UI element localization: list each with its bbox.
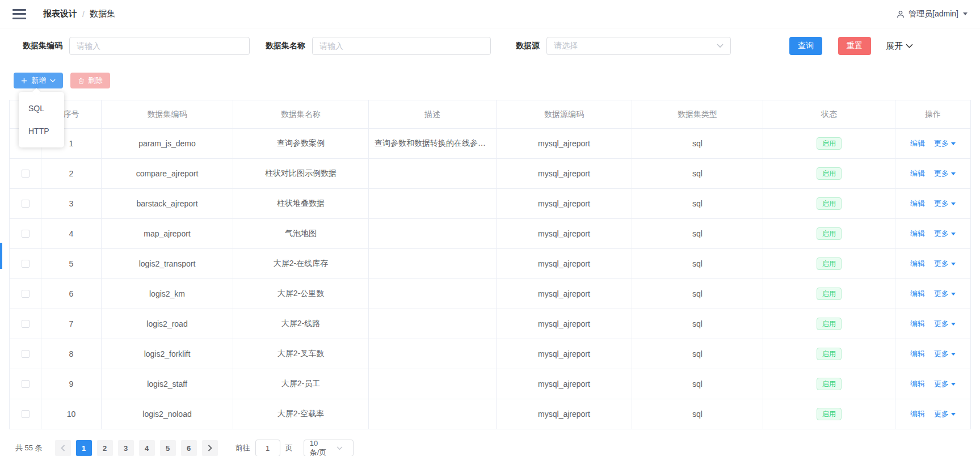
dataset-name-input[interactable] (312, 37, 491, 55)
cell-name: 大屏2-在线库存 (233, 249, 369, 279)
page-button[interactable]: 2 (97, 440, 113, 456)
chevron-down-icon (50, 79, 56, 83)
cell-source: mysql_ajreport (497, 339, 632, 369)
topbar: 报表设计 / 数据集 管理员[admin] (0, 0, 980, 28)
row-checkbox[interactable] (22, 410, 30, 418)
breadcrumb-section[interactable]: 报表设计 (43, 9, 77, 19)
edit-link[interactable]: 编辑 (910, 229, 925, 239)
cell-index: 4 (41, 219, 102, 249)
more-caret-icon (951, 383, 956, 386)
more-link[interactable]: 更多 (934, 379, 956, 389)
table-row: 8 logis2_forklift 大屏2-叉车数 mysql_ajreport… (10, 339, 970, 369)
col-desc: 描述 (369, 100, 497, 129)
page-button[interactable]: 3 (118, 440, 134, 456)
datasource-select[interactable]: 请选择 (546, 37, 731, 55)
edit-link[interactable]: 编辑 (910, 379, 925, 389)
more-link[interactable]: 更多 (934, 349, 956, 359)
pagination-bar: 共 55 条 1 2 3 4 5 6 前往 页 10条/页 (15, 440, 980, 456)
edit-link[interactable]: 编辑 (910, 259, 925, 269)
goto-page-input[interactable] (255, 440, 280, 456)
cell-type: sql (632, 339, 763, 369)
edit-link[interactable]: 编辑 (910, 289, 925, 299)
more-link[interactable]: 更多 (934, 319, 956, 329)
cell-index: 2 (41, 159, 102, 189)
edit-link[interactable]: 编辑 (910, 409, 925, 419)
more-caret-icon (951, 202, 956, 205)
edit-link[interactable]: 编辑 (910, 138, 925, 149)
prev-page-button[interactable] (55, 440, 71, 456)
cell-code: map_ajreport (102, 219, 233, 249)
cell-name: 大屏2-线路 (233, 309, 369, 339)
col-source: 数据源编码 (497, 100, 632, 129)
add-dropdown-menu: SQL HTTP (19, 92, 64, 147)
user-menu[interactable]: 管理员[admin] (896, 9, 968, 19)
cell-name: 大屏2-公里数 (233, 279, 369, 309)
row-checkbox[interactable] (22, 260, 30, 268)
menu-toggle-icon[interactable] (12, 9, 26, 19)
more-link[interactable]: 更多 (934, 289, 956, 299)
status-badge: 启用 (817, 288, 842, 300)
datasource-select-placeholder: 请选择 (554, 41, 717, 51)
cell-code: barstack_ajreport (102, 189, 233, 219)
cell-type: sql (632, 279, 763, 309)
breadcrumb-separator: / (82, 10, 85, 19)
cell-name: 柱状对比图示例数据 (233, 159, 369, 189)
search-actions: 查询 重置 展开 (789, 37, 913, 55)
page-button[interactable]: 1 (76, 440, 92, 456)
status-badge: 启用 (817, 378, 842, 390)
cell-code: logis2_noload (102, 399, 233, 429)
edit-link[interactable]: 编辑 (910, 319, 925, 329)
more-link[interactable]: 更多 (934, 138, 956, 149)
table-row: 6 logis2_km 大屏2-公里数 mysql_ajreport sql 启… (10, 279, 970, 309)
row-checkbox[interactable] (22, 230, 30, 238)
more-caret-icon (951, 293, 956, 295)
row-checkbox[interactable] (22, 290, 30, 298)
trash-icon (78, 77, 85, 85)
add-button[interactable]: 新增 (14, 73, 63, 88)
reset-button[interactable]: 重置 (838, 37, 871, 55)
query-button[interactable]: 查询 (789, 37, 822, 55)
cell-type: sql (632, 129, 763, 159)
page-button[interactable]: 5 (160, 440, 176, 456)
sidebar-edge-indicator[interactable] (0, 243, 2, 269)
menu-item-http[interactable]: HTTP (19, 120, 64, 142)
cell-source: mysql_ajreport (497, 309, 632, 339)
table-row: 7 logis2_road 大屏2-线路 mysql_ajreport sql … (10, 309, 970, 339)
delete-button[interactable]: 删除 (70, 73, 110, 88)
dataset-code-input[interactable] (69, 37, 250, 55)
page-size-select[interactable]: 10条/页 (304, 440, 354, 456)
cell-index: 9 (41, 369, 102, 399)
edit-link[interactable]: 编辑 (910, 199, 925, 209)
chevron-down-icon (717, 44, 724, 48)
next-page-button[interactable] (202, 440, 218, 456)
table-header-row: 序号 数据集编码 数据集名称 描述 数据源编码 数据集类型 状态 操作 (10, 100, 970, 129)
user-caret-icon (963, 12, 968, 15)
row-checkbox[interactable] (22, 350, 30, 358)
cell-index: 7 (41, 309, 102, 339)
cell-code: logis2_transport (102, 249, 233, 279)
breadcrumb-page: 数据集 (90, 9, 115, 19)
cell-desc: 查询参数和数据转换的在线参考… (369, 138, 496, 149)
menu-item-sql[interactable]: SQL (19, 97, 64, 120)
expand-toggle[interactable]: 展开 (886, 41, 913, 52)
cell-index: 3 (41, 189, 102, 219)
row-checkbox[interactable] (22, 320, 30, 328)
edit-link[interactable]: 编辑 (910, 349, 925, 359)
row-checkbox[interactable] (22, 200, 30, 208)
table-row: 4 map_ajreport 气泡地图 mysql_ajreport sql 启… (10, 219, 970, 249)
table-row: 1 param_js_demo 查询参数案例 查询参数和数据转换的在线参考… m… (10, 129, 970, 159)
edit-link[interactable]: 编辑 (910, 168, 925, 179)
row-checkbox[interactable] (22, 380, 30, 388)
more-link[interactable]: 更多 (934, 168, 956, 179)
more-link[interactable]: 更多 (934, 229, 956, 239)
page-button[interactable]: 6 (181, 440, 197, 456)
cell-name: 柱状堆叠数据 (233, 189, 369, 219)
col-name: 数据集名称 (233, 100, 369, 129)
cell-type: sql (632, 219, 763, 249)
row-checkbox[interactable] (22, 170, 30, 178)
more-link[interactable]: 更多 (934, 409, 956, 419)
more-link[interactable]: 更多 (934, 259, 956, 269)
more-link[interactable]: 更多 (934, 199, 956, 209)
cell-code: compare_ajreport (102, 159, 233, 189)
page-button[interactable]: 4 (139, 440, 155, 456)
